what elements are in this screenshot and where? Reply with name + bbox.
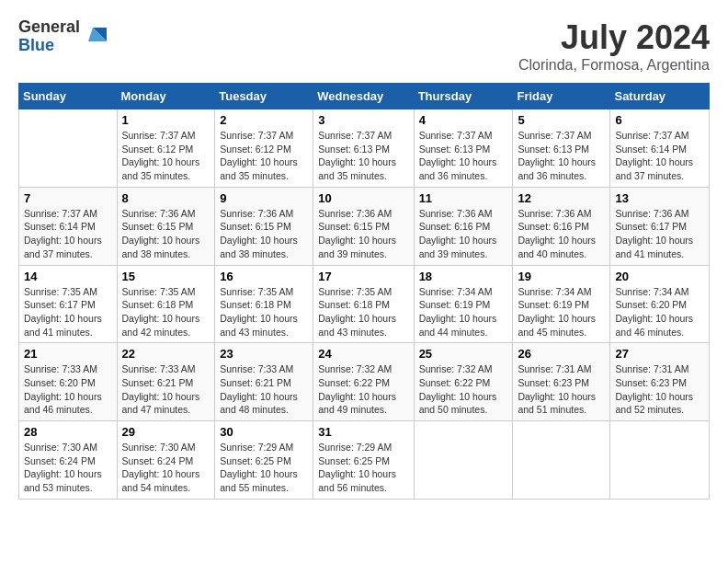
header-friday: Friday bbox=[513, 84, 610, 109]
day-info: Sunrise: 7:34 AM Sunset: 6:19 PM Dayligh… bbox=[419, 285, 508, 339]
day-cell: 1Sunrise: 7:37 AM Sunset: 6:12 PM Daylig… bbox=[117, 109, 215, 188]
day-info: Sunrise: 7:33 AM Sunset: 6:21 PM Dayligh… bbox=[220, 362, 308, 417]
day-number: 10 bbox=[318, 191, 408, 205]
header-thursday: Thursday bbox=[414, 84, 513, 109]
day-cell: 4Sunrise: 7:37 AM Sunset: 6:13 PM Daylig… bbox=[414, 109, 513, 188]
day-info: Sunrise: 7:34 AM Sunset: 6:19 PM Dayligh… bbox=[518, 285, 605, 339]
day-info: Sunrise: 7:36 AM Sunset: 6:15 PM Dayligh… bbox=[220, 207, 308, 261]
day-info: Sunrise: 7:30 AM Sunset: 6:24 PM Dayligh… bbox=[24, 441, 112, 495]
day-cell: 12Sunrise: 7:36 AM Sunset: 6:16 PM Dayli… bbox=[513, 187, 610, 265]
day-cell: 14Sunrise: 7:35 AM Sunset: 6:17 PM Dayli… bbox=[19, 265, 118, 343]
day-cell: 25Sunrise: 7:32 AM Sunset: 6:22 PM Dayli… bbox=[414, 343, 513, 421]
day-cell: 19Sunrise: 7:34 AM Sunset: 6:19 PM Dayli… bbox=[513, 265, 610, 343]
day-cell: 24Sunrise: 7:32 AM Sunset: 6:22 PM Dayli… bbox=[313, 343, 414, 421]
day-cell: 8Sunrise: 7:36 AM Sunset: 6:15 PM Daylig… bbox=[117, 187, 215, 265]
day-info: Sunrise: 7:35 AM Sunset: 6:18 PM Dayligh… bbox=[220, 285, 308, 339]
day-info: Sunrise: 7:31 AM Sunset: 6:23 PM Dayligh… bbox=[615, 362, 704, 417]
day-cell: 11Sunrise: 7:36 AM Sunset: 6:16 PM Dayli… bbox=[414, 187, 513, 265]
day-number: 27 bbox=[615, 347, 704, 361]
title-section: July 2024 Clorinda, Formosa, Argentina bbox=[518, 18, 710, 74]
day-info: Sunrise: 7:29 AM Sunset: 6:25 PM Dayligh… bbox=[318, 441, 408, 495]
day-number: 30 bbox=[220, 425, 308, 439]
day-info: Sunrise: 7:29 AM Sunset: 6:25 PM Dayligh… bbox=[220, 441, 308, 495]
day-number: 19 bbox=[518, 270, 605, 283]
day-cell bbox=[610, 421, 710, 500]
day-cell: 9Sunrise: 7:36 AM Sunset: 6:15 PM Daylig… bbox=[215, 187, 313, 265]
day-cell: 22Sunrise: 7:33 AM Sunset: 6:21 PM Dayli… bbox=[117, 343, 215, 421]
week-row: 1Sunrise: 7:37 AM Sunset: 6:12 PM Daylig… bbox=[19, 109, 710, 188]
day-number: 6 bbox=[615, 113, 704, 127]
day-number: 18 bbox=[419, 270, 508, 283]
logo: General Blue bbox=[18, 18, 111, 55]
week-row: 21Sunrise: 7:33 AM Sunset: 6:20 PM Dayli… bbox=[19, 343, 710, 421]
day-info: Sunrise: 7:35 AM Sunset: 6:18 PM Dayligh… bbox=[122, 285, 210, 339]
day-number: 7 bbox=[24, 191, 112, 205]
day-cell: 30Sunrise: 7:29 AM Sunset: 6:25 PM Dayli… bbox=[215, 421, 313, 500]
day-number: 13 bbox=[615, 191, 704, 205]
header: General Blue July 2024 Clorinda, Formosa… bbox=[18, 18, 710, 74]
week-row: 7Sunrise: 7:37 AM Sunset: 6:14 PM Daylig… bbox=[19, 187, 710, 265]
day-cell: 10Sunrise: 7:36 AM Sunset: 6:15 PM Dayli… bbox=[313, 187, 414, 265]
logo-blue: Blue bbox=[18, 37, 80, 55]
day-cell bbox=[513, 421, 610, 500]
day-number: 28 bbox=[24, 425, 112, 439]
header-sunday: Sunday bbox=[19, 84, 118, 109]
day-cell bbox=[19, 109, 118, 188]
day-cell: 18Sunrise: 7:34 AM Sunset: 6:19 PM Dayli… bbox=[414, 265, 513, 343]
day-number: 1 bbox=[122, 113, 210, 127]
header-wednesday: Wednesday bbox=[313, 84, 414, 109]
logo-general: General bbox=[18, 18, 80, 37]
day-cell: 7Sunrise: 7:37 AM Sunset: 6:14 PM Daylig… bbox=[19, 187, 118, 265]
day-cell: 16Sunrise: 7:35 AM Sunset: 6:18 PM Dayli… bbox=[215, 265, 313, 343]
day-number: 5 bbox=[518, 113, 605, 127]
day-cell: 28Sunrise: 7:30 AM Sunset: 6:24 PM Dayli… bbox=[19, 421, 118, 500]
logo-icon bbox=[84, 23, 111, 51]
day-cell: 29Sunrise: 7:30 AM Sunset: 6:24 PM Dayli… bbox=[117, 421, 215, 500]
day-info: Sunrise: 7:34 AM Sunset: 6:20 PM Dayligh… bbox=[615, 285, 704, 339]
day-number: 14 bbox=[24, 270, 112, 283]
day-number: 26 bbox=[518, 347, 605, 361]
day-info: Sunrise: 7:37 AM Sunset: 6:12 PM Dayligh… bbox=[220, 129, 308, 183]
day-number: 11 bbox=[419, 191, 508, 205]
day-number: 16 bbox=[220, 270, 308, 283]
day-info: Sunrise: 7:36 AM Sunset: 6:15 PM Dayligh… bbox=[318, 207, 408, 261]
header-saturday: Saturday bbox=[610, 84, 710, 109]
day-info: Sunrise: 7:37 AM Sunset: 6:13 PM Dayligh… bbox=[318, 129, 408, 183]
day-number: 24 bbox=[318, 347, 408, 361]
week-row: 28Sunrise: 7:30 AM Sunset: 6:24 PM Dayli… bbox=[19, 421, 710, 500]
day-info: Sunrise: 7:36 AM Sunset: 6:16 PM Dayligh… bbox=[419, 207, 508, 261]
day-number: 15 bbox=[122, 270, 210, 283]
calendar-table: SundayMondayTuesdayWednesdayThursdayFrid… bbox=[18, 83, 710, 500]
day-info: Sunrise: 7:37 AM Sunset: 6:13 PM Dayligh… bbox=[518, 129, 605, 183]
day-cell: 13Sunrise: 7:36 AM Sunset: 6:17 PM Dayli… bbox=[610, 187, 710, 265]
day-cell: 3Sunrise: 7:37 AM Sunset: 6:13 PM Daylig… bbox=[313, 109, 414, 188]
day-cell: 5Sunrise: 7:37 AM Sunset: 6:13 PM Daylig… bbox=[513, 109, 610, 188]
day-info: Sunrise: 7:37 AM Sunset: 6:14 PM Dayligh… bbox=[615, 129, 704, 183]
calendar-header: SundayMondayTuesdayWednesdayThursdayFrid… bbox=[19, 84, 710, 109]
day-cell: 17Sunrise: 7:35 AM Sunset: 6:18 PM Dayli… bbox=[313, 265, 414, 343]
day-number: 20 bbox=[615, 270, 704, 283]
header-monday: Monday bbox=[117, 84, 215, 109]
day-number: 31 bbox=[318, 425, 408, 439]
day-info: Sunrise: 7:36 AM Sunset: 6:15 PM Dayligh… bbox=[122, 207, 210, 261]
day-info: Sunrise: 7:32 AM Sunset: 6:22 PM Dayligh… bbox=[419, 362, 508, 417]
day-cell: 6Sunrise: 7:37 AM Sunset: 6:14 PM Daylig… bbox=[610, 109, 710, 188]
day-info: Sunrise: 7:37 AM Sunset: 6:12 PM Dayligh… bbox=[122, 129, 210, 183]
day-info: Sunrise: 7:36 AM Sunset: 6:16 PM Dayligh… bbox=[518, 207, 605, 261]
day-cell: 23Sunrise: 7:33 AM Sunset: 6:21 PM Dayli… bbox=[215, 343, 313, 421]
day-number: 4 bbox=[419, 113, 508, 127]
day-number: 25 bbox=[419, 347, 508, 361]
day-cell: 27Sunrise: 7:31 AM Sunset: 6:23 PM Dayli… bbox=[610, 343, 710, 421]
day-cell: 2Sunrise: 7:37 AM Sunset: 6:12 PM Daylig… bbox=[215, 109, 313, 188]
day-info: Sunrise: 7:31 AM Sunset: 6:23 PM Dayligh… bbox=[518, 362, 605, 417]
day-info: Sunrise: 7:37 AM Sunset: 6:14 PM Dayligh… bbox=[24, 207, 112, 261]
day-number: 3 bbox=[318, 113, 408, 127]
day-info: Sunrise: 7:35 AM Sunset: 6:18 PM Dayligh… bbox=[318, 285, 408, 339]
day-number: 17 bbox=[318, 270, 408, 283]
header-tuesday: Tuesday bbox=[215, 84, 313, 109]
day-info: Sunrise: 7:33 AM Sunset: 6:21 PM Dayligh… bbox=[122, 362, 210, 417]
day-info: Sunrise: 7:32 AM Sunset: 6:22 PM Dayligh… bbox=[318, 362, 408, 417]
month-title: July 2024 bbox=[518, 18, 710, 57]
week-row: 14Sunrise: 7:35 AM Sunset: 6:17 PM Dayli… bbox=[19, 265, 710, 343]
day-number: 9 bbox=[220, 191, 308, 205]
